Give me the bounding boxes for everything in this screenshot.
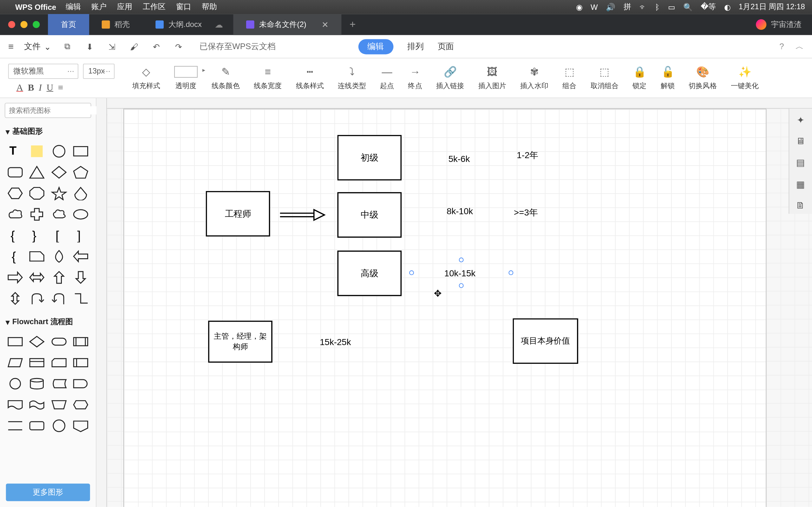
mode-page[interactable]: 页面 [438,41,454,52]
line-start-group[interactable]: —起点 [373,58,401,97]
node-manager[interactable]: 主管，经理，架构师 [208,321,272,363]
fill-style-group[interactable]: ◇填充样式 [125,58,167,97]
fc-connector[interactable] [6,375,24,392]
shape-star[interactable] [50,184,68,202]
dock-layers-icon[interactable]: ▤ [796,157,805,168]
beautify-group[interactable]: ✨一键美化 [724,58,766,97]
fc-tape[interactable] [28,396,46,413]
shape-arrow-down[interactable] [72,269,90,286]
shape-arrow-right[interactable] [6,269,24,286]
font-color-icon[interactable]: A [16,82,23,93]
diagram-page[interactable]: 工程师 初级 中级 高级 5k-6k 8k-10k 10k-15k [123,109,766,507]
shape-octagon[interactable] [28,184,46,202]
user-tray-icon[interactable]: ◐ [724,3,730,11]
fc-internal[interactable] [28,354,46,372]
node-project-value[interactable]: 项目本身价值 [513,318,578,364]
tab-outline-doc[interactable]: 大纲.docx [143,14,215,35]
spotlight-icon[interactable]: 🔍 [683,3,693,11]
volume-icon[interactable]: 🔊 [606,3,615,11]
selection-handle-w[interactable] [409,270,414,275]
line-color-group[interactable]: ✎线条颜色 [205,58,247,97]
fc-line[interactable] [6,417,24,435]
align-icon[interactable]: ≡ [58,82,63,93]
shape-arrow-left[interactable] [72,247,90,265]
tab-daoker[interactable]: 稻壳 [89,14,143,35]
section-basic-shapes[interactable]: ▾ 基础图形 [0,123,96,140]
shape-uturn-left[interactable] [28,290,46,307]
text-salary-junior[interactable]: 5k-6k [449,154,470,164]
fc-manual[interactable] [50,396,68,413]
line-width-group[interactable]: ≡线条宽度 [247,58,289,97]
shape-search-input[interactable] [9,106,96,114]
selection-handle-s[interactable] [459,283,464,288]
canvas[interactable]: 工程师 初级 中级 高级 5k-6k 8k-10k 10k-15k [107,109,812,507]
bluetooth-icon[interactable]: ᛒ [655,3,660,11]
window-minimize[interactable] [20,21,28,28]
shape-search[interactable]: 🔍 [5,103,91,118]
font-family-select[interactable]: 微软雅黑 [8,63,78,78]
cloud-sync-icon[interactable]: ☁ [215,20,223,29]
selection-handle-n[interactable] [459,258,464,262]
horizontal-ruler[interactable] [107,98,812,109]
text-salary-senior[interactable]: 10k-15k [444,268,475,278]
insert-image-group[interactable]: 🖼插入图片 [471,58,513,97]
dock-page-icon[interactable]: 🗎 [796,200,805,211]
tab-home[interactable]: 首页 [48,14,89,35]
dock-navigator-icon[interactable]: ✦ [797,114,804,125]
wps-tray-icon[interactable]: W [591,3,598,11]
vertical-ruler[interactable] [96,98,107,507]
shape-arrow-ud[interactable] [6,290,24,307]
text-years-junior[interactable]: 1-2年 [517,150,538,161]
line-end-group[interactable]: →终点 [401,58,429,97]
record-icon[interactable]: ◉ [576,3,582,11]
menu-account[interactable]: 账户 [91,2,107,12]
font-size-select[interactable]: 13px [83,63,115,78]
shape-cloud2[interactable] [6,206,24,223]
shape-card[interactable] [28,247,46,265]
fc-subprocess[interactable] [72,354,90,372]
ungroup-group[interactable]: ⬚取消组合 [583,58,625,97]
shape-note[interactable] [28,143,46,160]
shape-diamond[interactable] [50,164,68,181]
menu-help[interactable]: 帮助 [202,2,217,12]
shape-arrow-up[interactable] [50,269,68,286]
dock-outline-icon[interactable]: 🖥 [796,136,805,147]
shape-drop[interactable] [50,247,68,265]
arrow-right[interactable] [279,206,325,224]
shape-teardrop[interactable] [72,184,90,202]
tab-close-icon[interactable]: ✕ [322,20,328,29]
node-senior[interactable]: 高级 [337,250,402,296]
help-icon[interactable]: ? [779,41,784,52]
selection-handle-e[interactable] [508,270,513,275]
menu-window[interactable]: 窗口 [176,2,191,12]
shape-cloud[interactable] [50,206,68,223]
fc-decision[interactable] [28,333,46,350]
shape-hexagon[interactable] [6,184,24,202]
shape-brace-left[interactable]: { [6,227,24,244]
text-salary-manager[interactable]: 15k-25k [320,337,351,347]
control-center-icon[interactable]: �等 [701,2,716,12]
fc-document[interactable] [6,396,24,413]
shape-bracket-left[interactable]: [ [50,227,68,244]
shape-brace-right[interactable]: } [28,227,46,244]
dock-comments-icon[interactable]: ▦ [796,179,805,190]
shape-rect[interactable] [72,143,90,160]
shape-circle[interactable] [50,143,68,160]
fc-circle2[interactable] [50,417,68,435]
export-icon[interactable]: ⇲ [106,41,118,52]
redo-icon[interactable]: ↷ [172,41,184,52]
fc-data[interactable] [6,354,24,372]
user-account[interactable]: 宇宙渣渣 [745,19,812,30]
fc-preparation[interactable] [72,396,90,413]
shape-corner[interactable] [72,290,90,307]
window-close[interactable] [8,21,15,28]
window-zoom[interactable] [33,21,40,28]
hamburger-icon[interactable]: ≡ [8,41,14,52]
node-junior[interactable]: 初级 [337,135,402,181]
format-painter-icon[interactable]: 🖌 [128,41,140,52]
more-shapes-button[interactable]: 更多图形 [6,484,90,501]
text-salary-mid[interactable]: 8k-10k [447,206,473,216]
fc-process[interactable] [6,333,24,350]
file-menu[interactable]: 文件 ⌄ [24,41,51,52]
line-style-group[interactable]: ┅线条样式 [289,58,331,97]
